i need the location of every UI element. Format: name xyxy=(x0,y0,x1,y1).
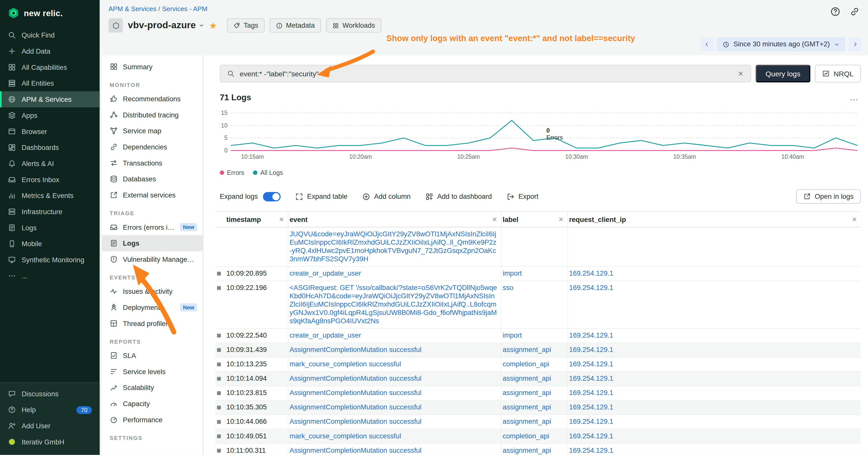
log-label-link[interactable]: assignment_api xyxy=(502,403,551,411)
log-row[interactable]: 10:09:20.895 create_or_update_user impor… xyxy=(215,267,861,281)
entity-nav-service-map[interactable]: Service map xyxy=(102,123,203,139)
log-ip-link[interactable]: 169.254.129.1 xyxy=(569,269,614,278)
time-forward-button[interactable] xyxy=(848,37,862,52)
entity-nav-recommendations[interactable]: Recommendations xyxy=(102,91,203,107)
log-ip-link[interactable]: 169.254.129.1 xyxy=(569,432,614,440)
global-nav-discussions[interactable]: Discussions xyxy=(0,386,99,402)
add-to-dashboard-button[interactable]: Add to dashboard xyxy=(425,192,492,200)
log-label-link[interactable]: assignment_api xyxy=(502,346,551,354)
log-query-input[interactable]: event:* -"label":"security" xyxy=(220,65,751,83)
log-label-link[interactable]: completion_api xyxy=(502,360,549,368)
log-event-link[interactable]: AssignmentCompletionMutation successful xyxy=(289,375,422,383)
expand-logs-toggle[interactable]: Expand logs xyxy=(220,192,280,201)
chevron-down-icon[interactable] xyxy=(198,22,205,29)
expand-table-button[interactable]: Expand table xyxy=(295,192,347,200)
breadcrumb-services-apm[interactable]: Services - APM xyxy=(162,5,208,13)
log-label-link[interactable]: import xyxy=(502,331,522,339)
legend-all-logs[interactable]: All Logs xyxy=(253,169,283,176)
column-header-label[interactable]: label xyxy=(501,212,568,227)
entity-nav-sla[interactable]: SLA xyxy=(102,348,203,363)
entity-nav-transactions[interactable]: Transactions xyxy=(102,155,203,171)
workloads-button[interactable]: Workloads xyxy=(326,18,381,32)
global-nav-all-capabilities[interactable]: All Capabilities xyxy=(0,59,99,75)
log-ip-link[interactable]: 169.254.129.1 xyxy=(569,403,614,411)
log-label-link[interactable]: completion_api xyxy=(502,432,549,440)
log-ip-link[interactable]: 169.254.129.1 xyxy=(569,375,614,383)
log-row[interactable]: 10:09:22.540 create_or_update_user impor… xyxy=(215,329,861,343)
global-nav-dashboards[interactable]: Dashboards xyxy=(0,139,99,156)
open-in-logs-button[interactable]: Open in logs xyxy=(796,189,861,203)
entity-nav-thread-profiler[interactable]: Thread profiler xyxy=(102,316,203,331)
favorite-star-icon[interactable] xyxy=(209,20,217,31)
global-nav-synthetic-monitoring[interactable]: Synthetic Monitoring xyxy=(0,252,99,268)
log-ip-link[interactable]: 169.254.129.1 xyxy=(569,447,614,454)
log-ip-link[interactable]: 169.254.129.1 xyxy=(569,418,614,425)
remove-column-icon[interactable] xyxy=(492,217,497,223)
log-event-link[interactable]: JUQVU&code=eyJraWQiOiJjcGItY29yZV8wOTl1M… xyxy=(289,230,496,263)
clear-query-icon[interactable] xyxy=(738,70,744,77)
new-relic-logo[interactable]: new relic. xyxy=(0,0,99,27)
log-label-link[interactable]: sso xyxy=(502,284,514,292)
entity-nav-capacity[interactable]: Capacity xyxy=(102,395,203,412)
entity-nav-summary[interactable]: Summary xyxy=(102,59,203,75)
log-event-link[interactable]: create_or_update_user xyxy=(289,269,361,278)
log-ip-link[interactable]: 169.254.129.1 xyxy=(569,389,614,397)
global-nav-infrastructure[interactable]: Infrastructure xyxy=(0,203,99,220)
global-nav-metrics-events[interactable]: Metrics & Events xyxy=(0,188,99,204)
log-event-link[interactable]: AssignmentCompletionMutation successful xyxy=(289,447,422,454)
log-row[interactable]: 10:10:44.066 AssignmentCompletionMutatio… xyxy=(215,415,861,429)
permalink-icon[interactable] xyxy=(849,6,860,17)
log-label-link[interactable]: assignment_api xyxy=(502,375,551,383)
log-row[interactable]: 10:09:31.439 AssignmentCompletionMutatio… xyxy=(215,343,861,358)
log-label-link[interactable]: assignment_api xyxy=(502,418,551,425)
breadcrumb-apm-services[interactable]: APM & Services xyxy=(108,5,156,13)
global-nav-logs[interactable]: Logs xyxy=(0,220,99,236)
remove-column-icon[interactable] xyxy=(851,217,858,223)
global-nav-more[interactable]: ... xyxy=(0,268,99,284)
remove-column-icon[interactable] xyxy=(279,217,284,223)
global-nav-iterativ-gmbh[interactable]: Iterativ GmbH xyxy=(0,434,99,450)
log-event-link[interactable]: AssignmentCompletionMutation successful xyxy=(289,389,422,397)
global-nav-mobile[interactable]: Mobile xyxy=(0,236,99,252)
log-label-link[interactable]: assignment_api xyxy=(502,447,551,454)
entity-nav-distributed-tracing[interactable]: Distributed tracing xyxy=(102,107,203,123)
toggle-on-icon[interactable] xyxy=(263,192,280,201)
log-event-link[interactable]: create_or_update_user xyxy=(289,331,361,339)
global-nav-alerts-ai[interactable]: Alerts & AI xyxy=(0,156,99,171)
entity-title[interactable]: vbv-prod-azure xyxy=(128,20,196,31)
legend-errors[interactable]: Errors xyxy=(220,169,244,176)
query-logs-button[interactable]: Query logs xyxy=(755,65,810,83)
log-row[interactable]: 10:11:00.311 AssignmentCompletionMutatio… xyxy=(215,444,861,455)
log-event-link[interactable]: mark_course_completion successful xyxy=(289,360,401,368)
column-header-timestamp[interactable]: timestamp xyxy=(225,212,288,227)
global-nav-add-data[interactable]: Add Data xyxy=(0,43,99,59)
log-row[interactable]: 10:10:49.051 mark_course_completion succ… xyxy=(215,429,861,444)
entity-nav-service-levels[interactable]: Service levels xyxy=(102,363,203,380)
time-picker[interactable]: Since 30 minutes ago (GMT+2) xyxy=(717,37,845,52)
nrql-button[interactable]: NRQL xyxy=(815,65,861,83)
log-row[interactable]: 10:10:14.094 AssignmentCompletionMutatio… xyxy=(215,372,861,386)
column-header-event[interactable]: event xyxy=(288,212,501,227)
chart-overflow-menu[interactable]: ... xyxy=(850,93,861,102)
log-row[interactable]: 10:10:35.305 AssignmentCompletionMutatio… xyxy=(215,400,861,415)
entity-nav-deployments[interactable]: Deployments New xyxy=(102,299,203,316)
log-event-link[interactable]: AssignmentCompletionMutation successful xyxy=(289,346,422,354)
global-nav-browser[interactable]: Browser xyxy=(0,124,99,139)
entity-nav-performance[interactable]: Performance xyxy=(102,412,203,428)
metadata-button[interactable]: Metadata xyxy=(270,18,321,32)
help-circle-icon[interactable] xyxy=(830,6,841,17)
global-nav-errors-inbox[interactable]: Errors Inbox xyxy=(0,171,99,188)
entity-nav-errors-errors-inb[interactable]: Errors (errors inb... New xyxy=(102,219,203,235)
entity-nav-vulnerability-management[interactable]: Vulnerability Management xyxy=(102,251,203,267)
entity-nav-issues-activity[interactable]: Issues & activity xyxy=(102,284,203,299)
remove-column-icon[interactable] xyxy=(558,217,564,223)
export-button[interactable]: Export xyxy=(506,192,538,200)
entity-nav-logs[interactable]: Logs xyxy=(102,235,203,251)
global-nav-apps[interactable]: Apps xyxy=(0,107,99,124)
log-row[interactable]: 10:09:22.196 <ASGIRequest: GET '/sso/cal… xyxy=(215,281,861,329)
log-row[interactable]: JUQVU&code=eyJraWQiOiJjcGItY29yZV8wOTl1M… xyxy=(215,228,861,267)
log-row[interactable]: 10:10:13.235 mark_course_completion succ… xyxy=(215,358,861,372)
tags-button[interactable]: Tags xyxy=(227,18,265,32)
column-header-request-client-ip[interactable]: request_client_ip xyxy=(568,212,861,227)
log-label-link[interactable]: import xyxy=(502,269,522,278)
